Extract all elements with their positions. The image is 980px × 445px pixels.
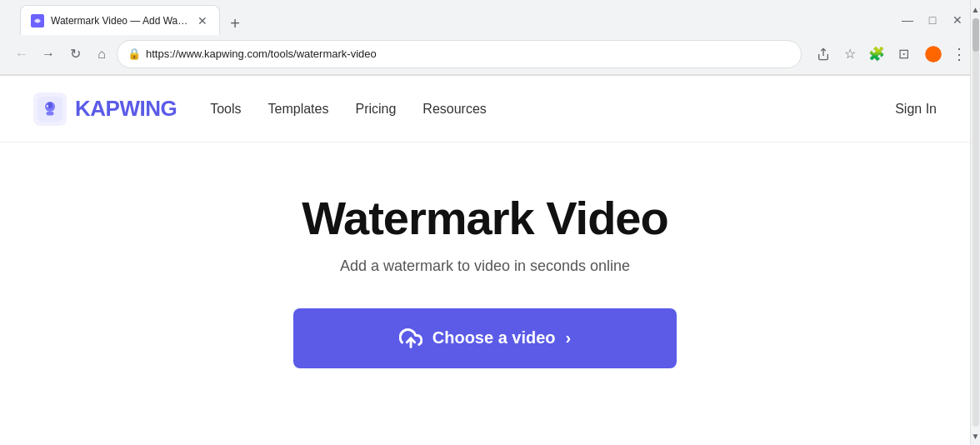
tab-favicon bbox=[31, 14, 44, 28]
profile-switcher-button[interactable]: ⊡ bbox=[892, 42, 915, 66]
tab-close-button[interactable]: ✕ bbox=[196, 14, 209, 28]
logo-text: KAPWING bbox=[75, 96, 177, 122]
extension-icon[interactable] bbox=[922, 42, 945, 66]
scroll-up-button[interactable]: ▲ bbox=[972, 3, 980, 15]
nav-links: Tools Templates Pricing Resources bbox=[210, 102, 895, 117]
choose-video-button[interactable]: Choose a video › bbox=[293, 308, 677, 368]
home-button[interactable]: ⌂ bbox=[90, 42, 113, 66]
sign-in-link[interactable]: Sign In bbox=[895, 102, 937, 117]
extensions-puzzle-button[interactable]: 🧩 bbox=[865, 42, 888, 66]
url-text: https://www.kapwing.com/tools/watermark-… bbox=[146, 48, 791, 60]
scrollbar-thumb[interactable] bbox=[972, 18, 979, 52]
logo-link[interactable]: KAPWING bbox=[33, 92, 177, 126]
scrollbar[interactable]: ▲ ▼ bbox=[970, 0, 980, 445]
tab-title: Watermark Video — Add Wat… bbox=[51, 15, 189, 27]
main-content: Watermark Video Add a watermark to video… bbox=[0, 142, 970, 368]
bookmark-button[interactable]: ☆ bbox=[838, 42, 862, 66]
main-nav: KAPWING Tools Templates Pricing Resource… bbox=[0, 76, 970, 142]
browser-tab[interactable]: Watermark Video — Add Wat… ✕ bbox=[20, 5, 220, 35]
nav-templates[interactable]: Templates bbox=[268, 102, 329, 117]
more-options-button[interactable]: ⋮ bbox=[948, 42, 970, 67]
svg-point-6 bbox=[47, 105, 48, 107]
minimize-button[interactable]: — bbox=[902, 14, 913, 26]
reload-button[interactable]: ↻ bbox=[63, 42, 87, 66]
upload-icon bbox=[399, 327, 422, 350]
page-subtitle: Add a watermark to video in seconds onli… bbox=[340, 258, 630, 275]
security-lock-icon: 🔒 bbox=[128, 48, 141, 60]
maximize-button[interactable]: □ bbox=[927, 14, 938, 26]
nav-pricing[interactable]: Pricing bbox=[355, 102, 396, 117]
forward-button[interactable]: → bbox=[37, 42, 60, 66]
page-title: Watermark Video bbox=[302, 192, 668, 244]
share-button[interactable] bbox=[812, 42, 835, 66]
chevron-right-icon: › bbox=[566, 328, 572, 348]
cta-label: Choose a video bbox=[432, 328, 556, 348]
back-button[interactable]: ← bbox=[10, 42, 33, 66]
scrollbar-track[interactable] bbox=[972, 18, 979, 427]
scroll-down-button[interactable]: ▼ bbox=[972, 430, 980, 442]
new-tab-button[interactable]: + bbox=[223, 12, 247, 35]
svg-rect-5 bbox=[47, 112, 54, 116]
nav-tools[interactable]: Tools bbox=[210, 102, 241, 117]
svg-point-4 bbox=[48, 102, 52, 108]
nav-resources[interactable]: Resources bbox=[422, 102, 486, 117]
logo-icon bbox=[33, 92, 67, 126]
address-bar[interactable]: 🔒 https://www.kapwing.com/tools/watermar… bbox=[117, 40, 802, 68]
close-button[interactable]: ✕ bbox=[952, 14, 963, 26]
